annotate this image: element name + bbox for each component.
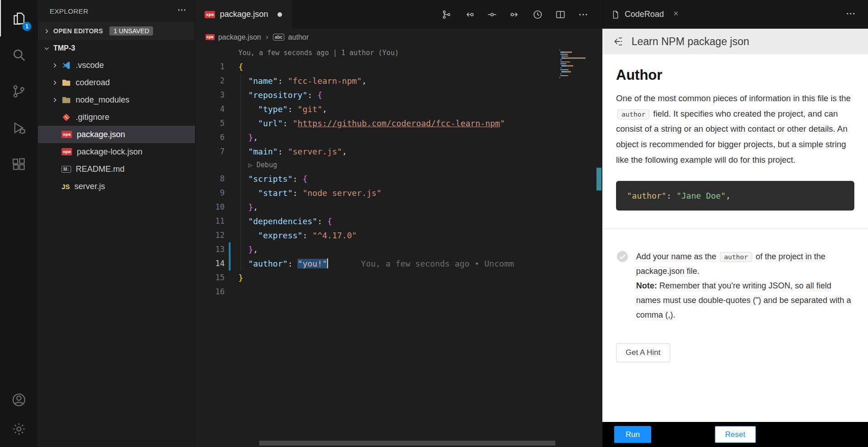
editor-tab-bar: npm package.json <box>195 0 602 29</box>
code-line-15[interactable]: 15} <box>195 271 602 285</box>
line-content: "url": "https://github.com/coderoad/fcc-… <box>238 116 505 130</box>
file--vscode[interactable]: .vscode <box>38 57 195 74</box>
line-number: 12 <box>195 228 225 242</box>
workspace-root-row[interactable]: TMP-3 <box>38 40 195 57</box>
horizontal-scrollbar[interactable] <box>259 441 555 446</box>
code-line-9[interactable]: 9 "start": "node server.js" <box>195 186 602 200</box>
codelens-blame[interactable]: You, a few seconds ago | 1 author (You) <box>195 46 602 60</box>
get-hint-button[interactable]: Get A Hint <box>616 343 670 362</box>
code-line-12[interactable]: 12 "express": "^4.17.0" <box>195 228 602 242</box>
line-content: { <box>238 60 243 74</box>
activity-search[interactable] <box>0 36 38 73</box>
file-label: package-lock.json <box>77 147 142 157</box>
inline-code: author <box>617 109 649 119</box>
code-line-14[interactable]: 14 "author": "you!"You, a few seconds ag… <box>195 257 602 271</box>
next-change-icon[interactable] <box>509 9 520 20</box>
reset-button[interactable]: Reset <box>714 426 755 443</box>
run-button[interactable]: Run <box>614 426 651 443</box>
inline-code: author <box>720 252 752 262</box>
code-token: , <box>726 191 731 200</box>
code-line-7[interactable]: 7 "main": "server.js", <box>195 144 602 159</box>
activity-accounts[interactable] <box>0 385 38 414</box>
file-label: README.md <box>76 164 124 174</box>
line-content: }, <box>238 242 258 257</box>
file-readme-md[interactable]: M↓README.md <box>38 160 195 178</box>
code-line-2[interactable]: 2 "name": "fcc-learn-npm", <box>195 74 602 88</box>
activity-run-and-debug[interactable] <box>0 109 38 146</box>
minimap[interactable] <box>560 49 594 81</box>
line-number: 16 <box>195 285 225 299</box>
explorer-sidebar: EXPLORER OPEN EDITORS 1 UNSAVED TMP-3 .v… <box>38 0 195 447</box>
file-tree: .vscodecoderoadnode_modules.gitignorenpm… <box>38 57 195 195</box>
line-content: "dependencies": { <box>238 214 332 228</box>
code-line-8[interactable]: 8 "scripts": { <box>195 172 602 186</box>
dirty-indicator[interactable] <box>277 12 282 17</box>
split-editor-icon[interactable] <box>555 9 566 20</box>
lens-text: You, a few seconds ago | 1 author (You) <box>238 46 399 60</box>
file-package-json[interactable]: npmpackage.json <box>38 126 195 143</box>
tab-coderoad[interactable]: CodeRoad <box>603 0 688 29</box>
more-actions-icon[interactable] <box>578 9 589 20</box>
code-line-13[interactable]: 13 }, <box>195 242 602 257</box>
panel-tab-label: CodeRoad <box>625 10 664 19</box>
activity-source-control[interactable] <box>0 73 38 109</box>
line-number: 10 <box>195 200 225 214</box>
line-number: 15 <box>195 271 225 285</box>
code-line-11[interactable]: 11 "dependencies": { <box>195 214 602 228</box>
activity-explorer[interactable]: 1 <box>0 0 38 36</box>
line-number: 4 <box>195 102 225 116</box>
open-editors-row[interactable]: OPEN EDITORS 1 UNSAVED <box>38 22 195 40</box>
file-server-js[interactable]: JSserver.js <box>38 178 195 195</box>
activity-bar-bottom <box>0 385 38 447</box>
code-editor[interactable]: You, a few seconds ago | 1 author (You)1… <box>195 46 602 447</box>
minimap-line <box>560 78 594 80</box>
overview-marker <box>596 168 601 190</box>
activity-settings[interactable] <box>0 414 38 443</box>
line-content: }, <box>238 200 258 214</box>
file-label: package.json <box>77 130 125 139</box>
activity-extensions[interactable] <box>0 146 38 182</box>
code-line-10[interactable]: 10 }, <box>195 200 602 214</box>
activity-bar-top: 1 <box>0 0 38 182</box>
divider <box>602 229 868 229</box>
codelens-debug[interactable]: ▷ Debug <box>195 159 602 172</box>
code-line-3[interactable]: 3 "repository": { <box>195 88 602 102</box>
line-number: 6 <box>195 130 225 144</box>
file-package-lock-json[interactable]: npmpackage-lock.json <box>38 143 195 160</box>
panel-more-actions-icon[interactable] <box>845 8 856 21</box>
file-label: server.js <box>74 182 105 191</box>
code-line-6[interactable]: 6 }, <box>195 130 602 144</box>
menu-back-icon[interactable] <box>612 36 624 47</box>
line-number: 2 <box>195 74 225 88</box>
code-line-16[interactable]: 16 <box>195 285 602 299</box>
panel-footer: Run Reset <box>602 422 868 447</box>
breadcrumb-item-package-json[interactable]: npmpackage.json <box>205 33 261 41</box>
close-icon[interactable] <box>672 10 680 20</box>
code-line-4[interactable]: 4 "type": "git", <box>195 102 602 116</box>
line-content: "name": "fcc-learn-npm", <box>238 74 367 88</box>
file-node-modules[interactable]: node_modules <box>38 91 195 108</box>
previous-change-icon[interactable] <box>464 9 475 20</box>
task-item: Add your name as the author of the proje… <box>616 249 854 322</box>
code-token: "author" <box>627 191 667 200</box>
text-run: Add your name as the <box>636 252 719 261</box>
line-number: 8 <box>195 172 225 186</box>
modified-indicator <box>229 257 231 271</box>
timeline-icon[interactable] <box>532 9 543 20</box>
coderoad-panel: CodeRoad Learn NPM package json Author O… <box>602 0 868 447</box>
line-number: 11 <box>195 214 225 228</box>
file-label: node_modules <box>76 95 129 105</box>
tab-package-json[interactable]: npm package.json <box>195 0 292 29</box>
source-control-graph-icon[interactable] <box>441 9 452 20</box>
tab-label: package.json <box>220 10 268 19</box>
file-coderoad[interactable]: coderoad <box>38 74 195 91</box>
file--gitignore[interactable]: .gitignore <box>38 108 195 126</box>
breadcrumb-item-author[interactable]: abcauthor <box>273 33 309 41</box>
open-change-icon[interactable] <box>487 9 498 20</box>
code-line-5[interactable]: 5 "url": "https://github.com/coderoad/fc… <box>195 116 602 130</box>
chevron-right-icon <box>50 96 60 104</box>
sidebar-more-actions-icon[interactable] <box>177 5 187 17</box>
sidebar-header: EXPLORER <box>38 0 195 22</box>
overview-ruler[interactable] <box>596 46 602 447</box>
code-line-1[interactable]: 1{ <box>195 60 602 74</box>
